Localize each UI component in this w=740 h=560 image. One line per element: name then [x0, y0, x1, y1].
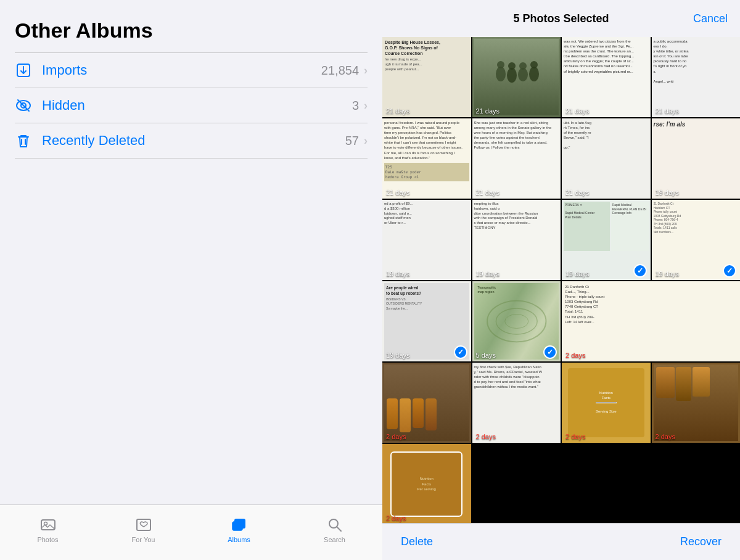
age-label-20: 2 days [386, 514, 406, 522]
recently-deleted-label: Recently Deleted [42, 133, 345, 149]
search-tab-icon [326, 516, 343, 533]
photo-cell-7[interactable]: ubt. In a late Augrk Times, for insof th… [562, 118, 651, 199]
age-label-1: 21 days [386, 107, 410, 115]
photo-cell-15[interactable]: 21 Danforth Ct Gad..., Thing... Phone - … [562, 281, 740, 361]
photo-cell-4[interactable]: a public accommodaess I do.y white tribe… [652, 37, 741, 117]
photo-cell-9[interactable]: ed a profit of $9...d a $300 millionlutd… [382, 200, 471, 280]
right-bottom-bar: Delete Recover [382, 523, 740, 560]
age-label-6: 21 days [476, 189, 500, 196]
search-tab-label: Search [324, 536, 345, 543]
photo-cell-11[interactable]: PRIMERA ✦Rapid Medical CenterPlan Detail… [562, 200, 651, 280]
tab-for-you[interactable]: For You [119, 516, 168, 543]
age-label-12: 19 days [656, 270, 680, 278]
hidden-count: 3 [352, 99, 359, 113]
age-label-14: 5 days [476, 352, 496, 359]
page-title: Other Albums [15, 19, 368, 43]
age-label-5: 21 days [386, 189, 410, 196]
left-panel: Other Albums Imports 21,854 › [0, 0, 382, 560]
album-item-hidden[interactable]: Hidden 3 › [15, 88, 368, 123]
svg-rect-6 [137, 519, 150, 530]
photo-cell-5[interactable]: personal freedom. I was raised around pe… [382, 118, 471, 199]
right-panel: 5 Photos Selected Cancel Despite Big Hou… [382, 0, 740, 560]
hidden-chevron: › [364, 99, 368, 112]
imports-chevron: › [364, 64, 368, 77]
photo-cell-10[interactable]: empting to illushutdown, said oditor coo… [472, 200, 561, 280]
svg-point-19 [530, 61, 538, 68]
svg-point-18 [529, 67, 539, 81]
svg-rect-4 [41, 520, 55, 530]
tab-albums[interactable]: Albums [215, 516, 264, 543]
photo-cell-6[interactable]: She was just one teacher in a red skirt,… [472, 118, 561, 199]
albums-content: Other Albums Imports 21,854 › [0, 0, 382, 504]
photo-cell-14[interactable]: Topographicmap region 5 days [472, 281, 561, 361]
check-badge-14 [543, 345, 557, 359]
tab-bar: Photos For You Albums [0, 504, 382, 560]
hidden-icon [15, 97, 42, 114]
age-label-15: 2 days [565, 352, 585, 359]
albums-tab-icon [231, 516, 248, 533]
photo-cell-18[interactable]: NutritionFactsServing Size 2 days [562, 363, 651, 443]
age-label-7: 21 days [565, 189, 590, 196]
cancel-button[interactable]: Cancel [691, 12, 728, 25]
age-label-13: 19 days [386, 352, 410, 359]
svg-point-22 [504, 315, 528, 329]
age-label-11: 19 days [565, 270, 590, 278]
delete-button[interactable]: Delete [401, 535, 433, 548]
for-you-tab-icon [135, 516, 152, 533]
photo-grid: Despite Big House Losses,G.O.P. Shows No… [382, 37, 740, 523]
photo-cell-16[interactable]: 2 days [382, 363, 471, 443]
svg-rect-9 [232, 522, 242, 530]
trash-icon [15, 132, 42, 149]
hidden-label: Hidden [42, 97, 352, 113]
age-label-9: 19 days [386, 270, 410, 278]
imports-label: Imports [42, 62, 321, 78]
photo-cell-1[interactable]: Despite Big House Losses,G.O.P. Shows No… [382, 37, 471, 117]
photo-cell-3[interactable]: was not. We ordered two pizzas from thes… [562, 37, 651, 117]
tab-photos[interactable]: Photos [23, 516, 73, 543]
check-badge-12 [723, 264, 736, 278]
age-label-2: 21 days [476, 107, 500, 115]
import-icon [15, 62, 42, 79]
svg-line-11 [337, 527, 341, 531]
photo-cell-8[interactable]: rse: I'm als 19 days [652, 118, 741, 199]
photos-tab-icon [39, 516, 57, 533]
age-label-10: 19 days [476, 270, 500, 278]
svg-point-12 [496, 67, 506, 81]
photo-cell-13[interactable]: Are people wiredto beat up robots? INSID… [382, 281, 471, 361]
photo-cell-19[interactable]: 2 days [652, 363, 741, 443]
svg-point-15 [508, 62, 516, 70]
album-item-imports[interactable]: Imports 21,854 › [15, 53, 368, 88]
svg-point-21 [496, 308, 537, 334]
recently-deleted-count: 57 [345, 134, 359, 148]
age-label-4: 21 days [656, 107, 680, 115]
age-label-18: 2 days [565, 433, 585, 440]
age-label-16: 2 days [386, 433, 406, 440]
age-label-3: 21 days [565, 107, 590, 115]
check-badge-11 [633, 264, 647, 278]
svg-point-17 [519, 62, 527, 70]
svg-point-16 [518, 68, 528, 81]
photo-cell-12[interactable]: 21 Danforth CtHaddam CTPhone tally count… [652, 200, 741, 280]
photo-cell-2[interactable]: 21 days [472, 37, 561, 117]
svg-point-14 [507, 68, 517, 83]
right-header: 5 Photos Selected Cancel [382, 0, 740, 37]
photo-cell-17[interactable]: my first check with $xe, Republican Nati… [472, 363, 561, 443]
svg-point-13 [497, 61, 504, 68]
photo-cell-20[interactable]: NutritionFactsPer serving 2 days [382, 444, 471, 523]
album-item-recently-deleted[interactable]: Recently Deleted 57 › [15, 123, 368, 159]
photos-tab-label: Photos [37, 536, 58, 543]
age-label-17: 2 days [476, 433, 496, 440]
recently-deleted-chevron: › [364, 134, 368, 147]
age-label-8: 19 days [656, 189, 680, 196]
age-label-19: 2 days [656, 433, 675, 440]
tab-search[interactable]: Search [310, 516, 360, 543]
selected-count-title: 5 Photos Selected [432, 12, 691, 25]
for-you-tab-label: For You [132, 536, 155, 543]
album-list: Imports 21,854 › Hidden 3 › [15, 53, 368, 159]
recover-button[interactable]: Recover [680, 535, 722, 548]
check-badge-13 [454, 345, 467, 359]
albums-tab-label: Albums [228, 536, 250, 543]
imports-count: 21,854 [321, 64, 359, 78]
